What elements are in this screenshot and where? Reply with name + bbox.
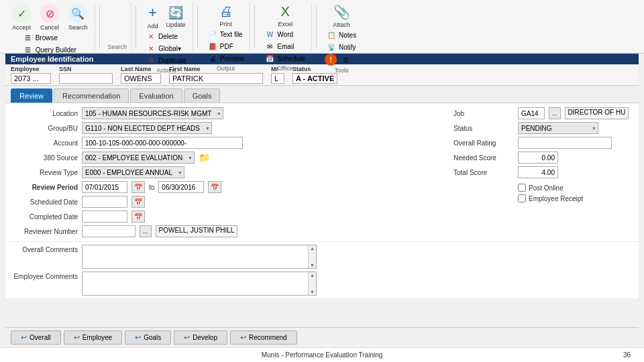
employee-receipt-label: Employee Receipt: [529, 195, 583, 202]
cancel-button[interactable]: ⊘ Cancel: [38, 3, 62, 32]
comments-section: Overall Comments ▲ ▼ Employee Comments ▲…: [5, 241, 639, 298]
query-builder-button[interactable]: ☰ Query Builder: [21, 44, 78, 55]
warning-icon: !: [325, 54, 337, 66]
page-number: 36: [623, 351, 631, 359]
delete-button[interactable]: ✕ Delete: [144, 31, 189, 42]
employee-comments-scrollbar[interactable]: ▲ ▼: [308, 272, 316, 295]
scroll-down-arrow[interactable]: ▼: [310, 263, 315, 267]
tab-recommendation[interactable]: Recommendation: [54, 88, 129, 103]
email-button[interactable]: ✉ Email: [263, 41, 307, 52]
post-online-checkbox[interactable]: [518, 184, 526, 192]
excel-label: Excel: [278, 21, 292, 27]
print-button[interactable]: 🖨 Print: [217, 3, 235, 29]
update-button[interactable]: 🔄 Update: [163, 4, 188, 29]
accept-label: Accept: [12, 24, 31, 31]
overall-rating-input[interactable]: [518, 137, 612, 149]
reviewer-name-value: POWELL, JUSTIN PHILL: [156, 225, 238, 237]
needed-score-input[interactable]: [518, 152, 558, 164]
text-file-button[interactable]: 📄 Text file: [206, 29, 246, 40]
folder-icon[interactable]: 📁: [199, 152, 210, 163]
bottom-tab-goals[interactable]: ↩ Goals: [125, 330, 171, 345]
global-button[interactable]: ✕ Global▾: [144, 43, 189, 54]
employee-id-value: 2073 ...: [11, 73, 51, 84]
review-type-select[interactable]: E000 - EMPLOYEE ANNUAL: [82, 166, 184, 178]
accept-button[interactable]: ✓ Accept: [9, 3, 34, 32]
job-ellipsis-button[interactable]: ...: [549, 107, 561, 119]
schedule-button[interactable]: 📅 Schedule: [263, 53, 307, 64]
scheduled-date-input[interactable]: [82, 196, 127, 208]
tab-review[interactable]: Review: [11, 88, 52, 103]
emp-scroll-down-arrow[interactable]: ▼: [310, 290, 315, 294]
update-icon: 🔄: [168, 5, 183, 20]
text-file-label: Text file: [220, 31, 243, 38]
emp-scroll-up-arrow[interactable]: ▲: [310, 273, 315, 278]
total-score-input[interactable]: [518, 166, 558, 178]
update-label: Update: [166, 21, 185, 28]
bottom-tab-develop[interactable]: ↩ Develop: [174, 330, 227, 345]
toolbar-group-office: X Excel W Word ✉ Email 📅 Schedule Office: [259, 3, 312, 50]
word-button[interactable]: W Word: [263, 29, 307, 40]
status-select[interactable]: PENDING: [518, 122, 598, 134]
tab-evaluation[interactable]: Evaluation: [130, 88, 182, 103]
duplicate-label: Duplicate: [158, 57, 186, 64]
completed-date-calendar[interactable]: 📅: [131, 210, 145, 223]
employee-comments-box[interactable]: ▲ ▼: [82, 272, 317, 296]
total-score-label: Total Score: [453, 169, 514, 176]
scroll-up-arrow[interactable]: ▲: [310, 246, 315, 251]
location-select[interactable]: 105 - HUMAN RESOURCES-RISK MGMT: [82, 107, 223, 119]
reviewer-ellipsis-button[interactable]: ...: [140, 225, 152, 237]
scheduled-date-calendar[interactable]: 📅: [131, 196, 145, 208]
status-header-value: A - ACTIVE: [292, 73, 337, 84]
delete-label: Delete: [158, 33, 178, 40]
cancel-label: Cancel: [40, 24, 59, 31]
notes-button[interactable]: 📋 Notes: [325, 29, 358, 40]
duplicate-button[interactable]: ⧉ Duplicate: [144, 55, 189, 66]
review-period-from-input[interactable]: [82, 181, 127, 193]
overall-comments-box[interactable]: ▲ ▼: [82, 245, 317, 269]
source-380-select[interactable]: 002 - EMPLOYEE EVALUATION: [82, 152, 195, 164]
location-label: Location: [11, 110, 78, 117]
total-score-row: Total Score: [453, 166, 633, 178]
bottom-tab-overall[interactable]: ↩ Overall: [11, 330, 61, 345]
word-label: Word: [277, 31, 293, 38]
to-label: to: [149, 184, 154, 191]
tools-extra-button[interactable]: ☰: [339, 54, 352, 65]
search-button[interactable]: 🔍 Search: [66, 3, 91, 32]
toolbar-group-search: Search: [104, 3, 132, 50]
notify-button[interactable]: 📡 Notify: [325, 42, 358, 52]
account-input[interactable]: [82, 137, 243, 149]
group-bu-select[interactable]: G110 - NON ELECTED DEPT HEADS: [82, 122, 212, 134]
bottom-tab-employee[interactable]: ↩ Employee: [64, 330, 122, 345]
last-name-field: Last Name OWENS: [121, 66, 161, 84]
form-right: Job ... DIRECTOR OF HU Status PENDING Ov…: [445, 107, 633, 237]
separator-2: [136, 5, 136, 48]
overall-comments-scrollbar[interactable]: ▲ ▼: [308, 245, 316, 268]
review-period-to-calendar[interactable]: 📅: [208, 181, 221, 193]
browse-button[interactable]: ☰ Browse: [21, 32, 78, 43]
reviewer-number-row: Reviewer Number ... POWELL, JUSTIN PHILL: [11, 225, 445, 237]
attach-button[interactable]: 📎 Attach: [330, 3, 353, 29]
job-title-value: DIRECTOR OF HU: [565, 107, 629, 119]
review-period-label: Review Period: [11, 184, 78, 191]
review-period-from-calendar[interactable]: 📅: [131, 181, 145, 193]
job-code-input[interactable]: [518, 107, 545, 119]
form-area: Location 105 - HUMAN RESOURCES-RISK MGMT…: [5, 103, 639, 241]
last-name-value: OWENS: [121, 73, 161, 84]
global-icon: ✕: [146, 44, 156, 53]
completed-date-input[interactable]: [82, 210, 127, 223]
cancel-icon: ⊘: [40, 4, 59, 23]
reviewer-number-input[interactable]: [82, 225, 136, 237]
overall-rating-label: Overall Rating: [453, 139, 514, 147]
ssn-value: [59, 73, 113, 84]
employee-receipt-checkbox[interactable]: [518, 194, 526, 202]
bottom-tabs: ↩ Overall ↩ Employee ↩ Goals ↩ Develop ↩…: [5, 327, 639, 347]
add-button[interactable]: + Add: [144, 3, 160, 31]
preview-button[interactable]: 🖨 Preview: [206, 53, 246, 64]
tab-goals[interactable]: Goals: [184, 88, 221, 103]
bottom-tab-recommend[interactable]: ↩ Recommend: [230, 330, 297, 345]
ssn-label: SSN: [59, 66, 113, 72]
pdf-button[interactable]: 📕 PDF: [206, 41, 246, 52]
excel-button[interactable]: X Excel: [275, 3, 295, 29]
job-label: Job: [453, 110, 514, 117]
review-period-to-input[interactable]: [158, 181, 204, 193]
